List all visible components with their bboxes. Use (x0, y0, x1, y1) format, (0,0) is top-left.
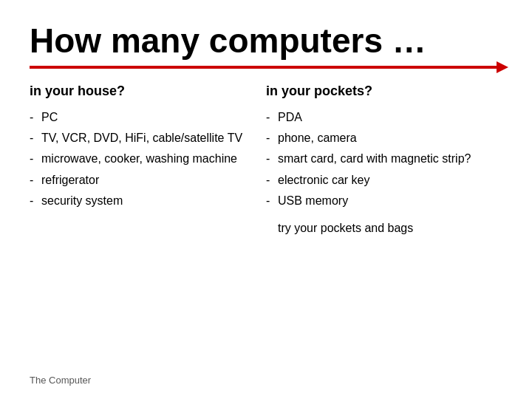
list-item: refrigerator (30, 172, 251, 188)
slide: How many computers … in your house? PC T… (0, 0, 532, 399)
right-column-list: PDA phone, camera smart card, card with … (266, 109, 488, 210)
left-column: in your house? PC TV, VCR, DVD, HiFi, ca… (30, 83, 266, 235)
list-item: smart card, card with magnetic strip? (266, 151, 488, 167)
content-area: in your house? PC TV, VCR, DVD, HiFi, ca… (30, 83, 502, 235)
try-text: try your pockets and bags (266, 222, 488, 235)
list-item: PC (30, 109, 251, 126)
list-item: microwave, cooker, washing machine (30, 151, 251, 167)
right-column: in your pockets? PDA phone, camera smart… (266, 83, 502, 235)
left-column-heading: in your house? (30, 83, 251, 99)
title-divider (30, 66, 502, 69)
right-column-heading: in your pockets? (266, 83, 488, 99)
list-item: security system (30, 193, 251, 209)
list-item: PDA (266, 109, 488, 126)
list-item: electronic car key (266, 172, 488, 188)
list-item: TV, VCR, DVD, HiFi, cable/satellite TV (30, 130, 251, 146)
footer-text: The Computer (30, 375, 91, 386)
list-item: phone, camera (266, 130, 488, 146)
list-item: USB memory (266, 193, 488, 209)
slide-title: How many computers … (30, 22, 502, 60)
left-column-list: PC TV, VCR, DVD, HiFi, cable/satellite T… (30, 109, 251, 210)
